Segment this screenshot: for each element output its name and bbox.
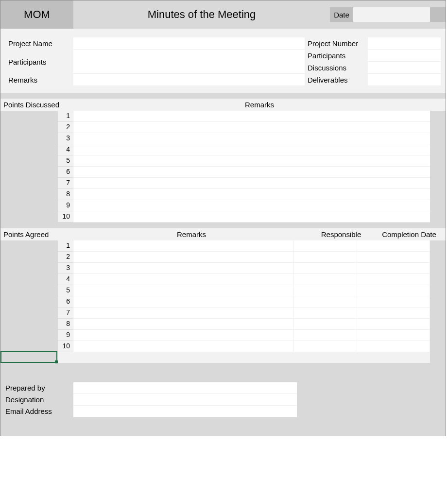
row-number: 5 — [58, 155, 73, 167]
label-deliverables: Deliverables — [305, 74, 368, 86]
row-number: 2 — [58, 252, 73, 263]
points-discussed-cell[interactable] — [73, 178, 430, 189]
row-number: 6 — [58, 296, 73, 307]
row-number: 10 — [58, 211, 73, 222]
row-number: 3 — [58, 263, 73, 274]
points-agreed-responsible-cell[interactable] — [294, 252, 357, 263]
points-agreed-responsible-cell[interactable] — [294, 263, 357, 274]
row-number: 8 — [58, 319, 73, 330]
points-discussed-cell[interactable] — [73, 155, 430, 167]
points-agreed-responsible-cell[interactable] — [294, 330, 357, 341]
points-agreed-section: Points Agreed Remarks Responsible Comple… — [0, 228, 446, 369]
label-email: Email Address — [5, 406, 73, 417]
points-agreed-completion-cell[interactable] — [357, 285, 430, 296]
row-number: 4 — [58, 274, 73, 285]
points-discussed-cell[interactable] — [73, 200, 430, 211]
row-number: 5 — [58, 285, 73, 296]
agreed-spacer — [58, 352, 430, 363]
field-project-number[interactable] — [368, 37, 441, 50]
points-agreed-remark-cell[interactable] — [73, 285, 294, 296]
points-agreed-responsible-cell[interactable] — [294, 296, 357, 307]
date-input[interactable] — [353, 7, 430, 22]
points-discussed-cell[interactable] — [73, 167, 430, 178]
points-discussed-remarks-header: Remarks — [73, 99, 446, 111]
row-number: 10 — [58, 341, 73, 352]
points-agreed-completion-cell[interactable] — [357, 307, 430, 319]
points-agreed-remark-cell[interactable] — [73, 240, 294, 252]
points-discussed-cell[interactable] — [73, 189, 430, 200]
points-agreed-responsible-cell[interactable] — [294, 307, 357, 319]
field-remarks-top[interactable] — [73, 74, 305, 86]
points-agreed-remark-cell[interactable] — [73, 319, 294, 330]
points-discussed-cell[interactable] — [73, 122, 430, 133]
mom-badge: MOM — [0, 0, 73, 29]
row-number: 9 — [58, 330, 73, 341]
label-remarks-top: Remarks — [5, 74, 73, 86]
field-participants[interactable] — [73, 50, 305, 74]
field-email[interactable] — [73, 406, 297, 417]
points-agreed-remark-cell[interactable] — [73, 263, 294, 274]
points-agreed-responsible-cell[interactable] — [294, 319, 357, 330]
label-project-number: Project Number — [305, 37, 368, 50]
row-number: 1 — [58, 111, 73, 122]
points-discussed-header: Points Discussed — [0, 99, 73, 111]
points-agreed-completion-cell[interactable] — [357, 296, 430, 307]
field-participants-count[interactable] — [368, 50, 441, 62]
row-number: 1 — [58, 240, 73, 252]
row-number: 2 — [58, 122, 73, 133]
points-agreed-remark-cell[interactable] — [73, 252, 294, 263]
footer-section: Prepared by Designation Email Address — [0, 369, 446, 436]
points-agreed-completion-cell[interactable] — [357, 319, 430, 330]
label-project-name: Project Name — [5, 37, 73, 50]
field-deliverables[interactable] — [368, 74, 441, 86]
points-agreed-responsible-cell[interactable] — [294, 240, 357, 252]
row-number: 8 — [58, 189, 73, 200]
label-prepared-by: Prepared by — [5, 382, 73, 394]
row-number: 7 — [58, 307, 73, 319]
points-agreed-header: Points Agreed — [0, 228, 73, 240]
row-number: 9 — [58, 200, 73, 211]
points-discussed-side — [0, 111, 58, 222]
separator — [0, 93, 446, 99]
points-agreed-completion-cell[interactable] — [357, 341, 430, 352]
points-discussed-cell[interactable] — [73, 211, 430, 222]
points-discussed-cell[interactable] — [73, 144, 430, 155]
field-designation[interactable] — [73, 394, 297, 406]
header-band: MOM Minutes of the Meeting Date — [0, 0, 446, 29]
points-agreed-completion-header: Completion Date — [373, 228, 446, 240]
page-title: Minutes of the Meeting — [73, 0, 330, 29]
info-section: Project Name Project Number Participants… — [0, 29, 446, 93]
field-discussions[interactable] — [368, 62, 441, 74]
label-discussions: Discussions — [305, 62, 368, 74]
points-discussed-section: Points Discussed Remarks 12345678910 — [0, 99, 446, 228]
points-agreed-remark-cell[interactable] — [73, 296, 294, 307]
points-agreed-remark-cell[interactable] — [73, 307, 294, 319]
points-discussed-cell[interactable] — [73, 133, 430, 144]
points-agreed-remark-cell[interactable] — [73, 330, 294, 341]
points-agreed-remark-cell[interactable] — [73, 274, 294, 285]
label-participants: Participants — [5, 50, 73, 74]
points-agreed-completion-cell[interactable] — [357, 263, 430, 274]
points-agreed-completion-cell[interactable] — [357, 252, 430, 263]
points-agreed-remark-cell[interactable] — [73, 341, 294, 352]
points-agreed-side — [0, 240, 58, 363]
points-agreed-remarks-header: Remarks — [73, 228, 310, 240]
points-agreed-responsible-cell[interactable] — [294, 274, 357, 285]
points-agreed-completion-cell[interactable] — [357, 330, 430, 341]
label-participants-count: Participants — [305, 50, 368, 62]
points-agreed-responsible-header: Responsible — [310, 228, 373, 240]
points-agreed-completion-cell[interactable] — [357, 274, 430, 285]
label-designation: Designation — [5, 394, 73, 406]
points-agreed-responsible-cell[interactable] — [294, 341, 357, 352]
selected-cell-indicator[interactable] — [0, 351, 57, 363]
points-agreed-completion-cell[interactable] — [357, 240, 430, 252]
field-prepared-by[interactable] — [73, 382, 297, 394]
date-end-box — [430, 7, 446, 22]
field-project-name[interactable] — [73, 37, 305, 50]
row-number: 3 — [58, 133, 73, 144]
points-agreed-responsible-cell[interactable] — [294, 285, 357, 296]
row-number: 4 — [58, 144, 73, 155]
points-discussed-cell[interactable] — [73, 111, 430, 122]
mom-template: MOM Minutes of the Meeting Date Project … — [0, 0, 446, 436]
date-label: Date — [330, 7, 353, 22]
